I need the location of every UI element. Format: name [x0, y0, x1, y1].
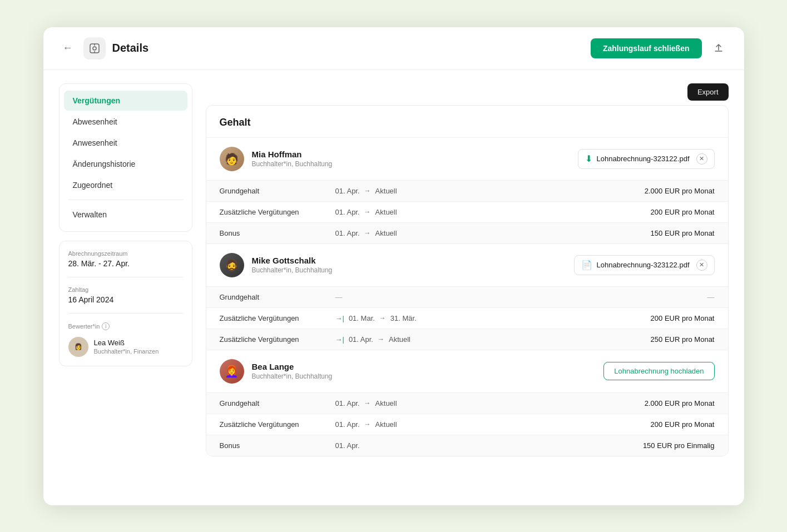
reviewer-role: Buchhalter*in, Finanzen — [94, 348, 159, 355]
main-body: Vergütungen Abwesenheit Anwesenheit Ände… — [43, 70, 744, 505]
employee-role-mia: Buchhalter*in, Buchhaltung — [252, 160, 570, 168]
arrow-icon: → — [364, 187, 371, 195]
file-name-mia: Lohnabrechnung-323122.pdf — [597, 155, 690, 163]
comp-dates: →| 01. Apr. → Aktuell — [335, 335, 646, 344]
document-icon-mike: 📄 — [581, 260, 592, 270]
comp-row-mike-2: Zusätzliche Vergütungen →| 01. Mar. → 31… — [206, 307, 728, 329]
comp-dates: 01. Apr. — [335, 441, 638, 450]
date-from: 01. Apr. — [335, 441, 360, 450]
date-from: 01. Apr. — [349, 335, 373, 344]
employee-header-mike: 🧔 Mike Gottschalk Buchhalter*in, Buchhal… — [206, 244, 728, 286]
reviewer-info: Lea Weiß Buchhalter*in, Finanzen — [94, 339, 159, 355]
comp-amount: 200 EUR pro Monat — [651, 314, 715, 322]
avatar-bea: 👩‍🦰 — [220, 359, 244, 384]
header: ← Details Zahlungslauf schließen — [43, 27, 744, 70]
file-close-mike[interactable]: ✕ — [696, 260, 707, 271]
reviewer-block: Bewerter*in i 👩 Lea Weiß Buchhalter*in, … — [68, 322, 183, 357]
sidebar-item-abwesenheit[interactable]: Abwesenheit — [64, 112, 187, 132]
share-icon[interactable] — [709, 38, 729, 58]
sidebar-item-verwalten[interactable]: Verwalten — [64, 205, 187, 225]
close-payment-button[interactable]: Zahlungslauf schließen — [591, 38, 702, 58]
download-icon-mia: ⬇ — [585, 153, 592, 164]
sidebar-item-verguetungen[interactable]: Vergütungen — [64, 91, 187, 111]
comp-label: Zusätzliche Vergütungen — [220, 314, 331, 322]
comp-dates: 01. Apr. → Aktuell — [335, 208, 646, 216]
period-block: Abrechnungszeitraum 28. Mär. - 27. Apr. — [68, 250, 183, 268]
info-icon[interactable]: i — [102, 322, 110, 330]
file-close-mia[interactable]: ✕ — [696, 153, 707, 165]
avatar-mike: 🧔 — [220, 253, 244, 277]
content-header: Export — [206, 83, 729, 101]
arrow-icon: → — [379, 314, 386, 322]
svg-point-1 — [93, 47, 96, 50]
employee-info-bea: Bea Lange Buchhalter*in, Buchhaltung — [252, 362, 596, 380]
back-button[interactable]: ← — [59, 39, 77, 57]
employee-name-mike: Mike Gottschalk — [252, 256, 566, 265]
employee-name-bea: Bea Lange — [252, 362, 596, 371]
date-to: Aktuell — [375, 208, 397, 216]
export-button[interactable]: Export — [687, 83, 729, 101]
payday-value: 16 April 2024 — [68, 295, 183, 304]
sidebar-info-card: Abrechnungszeitraum 28. Mär. - 27. Apr. … — [59, 241, 192, 366]
comp-label: Bonus — [220, 441, 331, 450]
file-chip-mike[interactable]: 📄 Lohnabrechnung-323122.pdf ✕ — [574, 255, 715, 275]
date-to: Aktuell — [375, 420, 397, 429]
sidebar-item-anwesenheit[interactable]: Anwesenheit — [64, 133, 187, 153]
reviewer-avatar-img: 👩 — [75, 343, 82, 350]
upload-button-bea[interactable]: Lohnabrechnung hochladen — [603, 362, 714, 380]
date-from: 01. Apr. — [335, 229, 360, 237]
comp-label: Grundgehalt — [220, 399, 331, 407]
comp-dates: 01. Apr. → Aktuell — [335, 187, 640, 195]
content-area: Export Gehalt 🧑 Mia Hoffman Buchhalter*i… — [206, 83, 729, 492]
comp-amount: 2.000 EUR pro Monat — [645, 187, 715, 195]
comp-label: Grundgehalt — [220, 293, 331, 301]
comp-label: Zusätzliche Vergütungen — [220, 335, 331, 344]
arrow-icon: → — [364, 229, 371, 237]
comp-amount: 150 EUR pro Monat — [651, 229, 715, 237]
arrow-icon: → — [378, 335, 384, 343]
comp-row-bea-2: Zusätzliche Vergütungen 01. Apr. → Aktue… — [206, 414, 728, 435]
avatar-mia-img: 🧑 — [225, 152, 239, 166]
details-icon — [88, 42, 101, 54]
jump-icon: →| — [335, 314, 344, 322]
comp-amount: — — [707, 293, 715, 301]
comp-amount: 200 EUR pro Monat — [651, 420, 715, 429]
employee-info-mike: Mike Gottschalk Buchhalter*in, Buchhaltu… — [252, 256, 566, 274]
sidebar-item-zugeordnet[interactable]: Zugeordnet — [64, 175, 187, 195]
reviewer-row: 👩 Lea Weiß Buchhalter*in, Finanzen — [68, 337, 183, 357]
page-title: Details — [112, 42, 584, 54]
arrow-icon: → — [364, 420, 371, 428]
period-value: 28. Mär. - 27. Apr. — [68, 259, 183, 268]
employee-header-bea: 👩‍🦰 Bea Lange Buchhalter*in, Buchhaltung… — [206, 350, 728, 392]
file-chip-mia[interactable]: ⬇ Lohnabrechnung-323122.pdf ✕ — [578, 149, 715, 169]
date-from: 01. Apr. — [335, 399, 360, 407]
date-to: Aktuell — [375, 187, 397, 195]
app-window: ← Details Zahlungslauf schließen Vergütu… — [43, 27, 744, 505]
arrow-icon: → — [364, 208, 371, 216]
date-to: Aktuell — [375, 229, 397, 237]
comp-amount: 200 EUR pro Monat — [651, 208, 715, 216]
dash: — — [335, 293, 343, 301]
reviewer-avatar: 👩 — [68, 337, 88, 357]
employee-role-bea: Buchhalter*in, Buchhaltung — [252, 372, 596, 380]
comp-row-bea-1: Grundgehalt 01. Apr. → Aktuell 2.000 EUR… — [206, 392, 728, 414]
avatar-mia: 🧑 — [220, 147, 244, 171]
sidebar: Vergütungen Abwesenheit Anwesenheit Ände… — [59, 83, 192, 492]
date-from: 01. Mar. — [349, 314, 375, 322]
sidebar-nav: Vergütungen Abwesenheit Anwesenheit Ände… — [59, 83, 192, 232]
comp-label: Bonus — [220, 229, 331, 237]
date-to: Aktuell — [389, 335, 410, 344]
comp-amount: 2.000 EUR pro Monat — [645, 399, 715, 407]
employee-section-bea: 👩‍🦰 Bea Lange Buchhalter*in, Buchhaltung… — [206, 350, 728, 456]
comp-label: Zusätzliche Vergütungen — [220, 420, 331, 429]
comp-row-mia-2: Zusätzliche Vergütungen 01. Apr. → Aktue… — [206, 201, 728, 222]
comp-dates: →| 01. Mar. → 31. Mär. — [335, 314, 646, 322]
comp-row-bea-3: Bonus 01. Apr. 150 EUR pro Einmalig — [206, 435, 728, 456]
file-name-mike: Lohnabrechnung-323122.pdf — [597, 261, 690, 269]
employee-name-mia: Mia Hoffman — [252, 150, 570, 159]
sidebar-item-aenderungshistorie[interactable]: Änderungshistorie — [64, 154, 187, 174]
avatar-bea-img: 👩‍🦰 — [225, 365, 239, 378]
card-title: Gehalt — [206, 106, 728, 137]
employee-header-mia: 🧑 Mia Hoffman Buchhalter*in, Buchhaltung… — [206, 138, 728, 180]
arrow-icon: → — [364, 399, 371, 407]
